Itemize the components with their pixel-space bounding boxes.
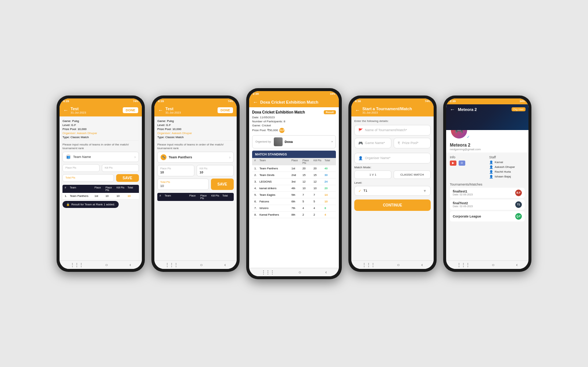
phone4-wrapper: 6:38 74% ← Start a Tournament/Match 31-J…	[348, 96, 437, 272]
chevron-right-1: ›	[135, 155, 136, 159]
back-icon-3[interactable]: ←	[253, 99, 258, 105]
badge-finaltest1: B.F	[515, 190, 522, 196]
content-1: Game: Pubg Level: G.F Prize Pool: 10,000…	[60, 116, 142, 260]
col-num: #	[65, 186, 69, 191]
prize-pool-field-4[interactable]: ₹ Prize Pool*	[394, 138, 431, 148]
game-info-prize-1: Prize Pool: 10,000	[62, 127, 139, 131]
total-save-row-2: Total Pts 10 SAVE	[157, 179, 234, 190]
game-info-prize-2: Prize Pool: 10,000	[157, 127, 234, 131]
standings-table-1: # Team Place Place Pts Kill Pts Total 1.…	[62, 185, 139, 199]
phone4-screen: 6:38 74% ← Start a Tournament/Match 31-J…	[351, 98, 434, 269]
tournament-item-finaltest2[interactable]: finalTest2 Date: 02-06-2023 T1	[450, 199, 525, 210]
back-icon-5[interactable]: ←	[450, 107, 455, 112]
nav-menu-icon-5[interactable]: ⋮⋮⋮	[457, 262, 470, 267]
two-fields-4: 🎮 Game Name* ₹ Prize Pool*	[354, 138, 431, 151]
nav-back-icon-4[interactable]: ‹	[422, 262, 423, 267]
organiser-placeholder-4: Organiser Name*	[365, 156, 391, 160]
level-section-label-4: Level:	[354, 181, 431, 184]
nav-back-icon-3[interactable]: ‹	[325, 270, 327, 275]
tournament-item-finaltest1[interactable]: finaltest1 Date: 02-06-2023 B.F	[450, 188, 525, 198]
continue-button-4[interactable]: CONTINUE	[354, 199, 431, 211]
status-battery-4: 74%	[425, 100, 430, 102]
staff-label-5: Staff	[489, 155, 525, 159]
lock-icon-1: 🔒	[66, 203, 70, 206]
mode-label-4: Match Mode:	[354, 166, 431, 169]
phone3: 2:39 34% ← Doxa Cricket Exhibition Match…	[246, 88, 342, 279]
back-icon-2[interactable]: ←	[158, 107, 163, 113]
kill-pts-box-1[interactable]: Kill Pts	[102, 164, 139, 172]
status-time-1: 6:39	[63, 100, 69, 103]
mode-1v1-4[interactable]: 1 V 1	[354, 170, 391, 179]
nav-bar-4: ⋮⋮⋮ ○ ‹	[351, 260, 434, 269]
nav-home-icon-4[interactable]: ○	[397, 262, 399, 267]
nav-menu-icon-1[interactable]: ⋮⋮⋮	[70, 262, 83, 267]
organised-by-3[interactable]: Organised by: Doxa ›	[252, 135, 336, 148]
result-badge-1: 🔒 Result for Team at Rank 1 added.	[62, 201, 119, 208]
header-title-4: Start a Tournament/Match	[362, 107, 430, 111]
total-label-2: Total Pts	[160, 181, 206, 183]
game-name-field-4[interactable]: 🎮 Game Name*	[354, 138, 391, 148]
nav-home-icon-5[interactable]: ○	[492, 262, 494, 267]
result-tag-3: Result	[324, 110, 336, 114]
cricket-row-8.: 8. Kamal Panthers 8th 2 2 4	[252, 212, 336, 218]
tournament-item-corporate[interactable]: Corporate League Q.F	[450, 211, 525, 222]
place-pts-box-2[interactable]: Place Pts 10	[157, 165, 194, 176]
person-icon-kamal: 👤	[489, 161, 493, 164]
done-button-2[interactable]: DONE	[218, 107, 233, 113]
standings-header-3: MATCH STANDINGS	[252, 151, 336, 158]
info-label-5: Info	[450, 155, 485, 159]
header-subtitle-4: 31-Jul-2023	[362, 111, 430, 114]
nav-menu-icon-3[interactable]: ⋮⋮⋮	[261, 270, 275, 275]
total-box-1[interactable]: Total Pts	[62, 174, 114, 182]
nav-home-icon-2[interactable]: ○	[200, 262, 202, 267]
form-instruction-4: Enter the following details:	[354, 119, 431, 123]
mode-classic-4[interactable]: CLASSIC MATCH	[394, 170, 431, 179]
nav-home-icon-3[interactable]: ○	[298, 270, 301, 275]
game-icon-4: 🎮	[358, 141, 363, 145]
nav-back-icon-2[interactable]: ‹	[225, 262, 226, 267]
person-icon-ishaan: 👤	[489, 175, 493, 179]
nav-back-icon-1[interactable]: ‹	[130, 262, 131, 267]
nav-menu-icon-2[interactable]: ⋮⋮⋮	[165, 262, 178, 267]
chevron-right-2: ›	[229, 155, 230, 159]
place-pts-value-2: 10	[160, 170, 191, 174]
cricket-row-7.: 7. Ishzero 7th 4 4 8	[252, 205, 336, 212]
col-team: Team	[70, 186, 94, 191]
back-icon-1[interactable]: ←	[63, 107, 68, 113]
organiser-field-4[interactable]: 👤 Organiser Name*	[354, 153, 431, 163]
game-info-level-1: Level: G.F	[62, 123, 139, 127]
phone2-screen: 6:39 74% ← Test 31-Jul-2023 DONE Game: P…	[154, 98, 237, 269]
phone1: 6:39 74% ← Test 31-Jul-2023 DONE Game: P…	[57, 96, 145, 272]
staff-item-kamal: 👤 Kamal	[489, 161, 525, 164]
total-save-row-1: Total Pts SAVE	[62, 174, 139, 182]
status-battery-3: 34%	[330, 93, 335, 95]
nav-menu-icon-4[interactable]: ⋮⋮⋮	[362, 262, 375, 267]
discord-icon-5[interactable]: D	[459, 161, 465, 166]
place-pts-label-2: Place Pts	[160, 167, 191, 170]
profile-two-col-5: Info ▶ D Staff 👤 Kamal	[450, 155, 525, 180]
team-selector-1[interactable]: 👥 Team Name ›	[62, 152, 139, 162]
match-date-3: Date: 11/05/2023	[252, 116, 336, 119]
instruction-2: Please input results of teams in order o…	[157, 143, 234, 151]
save-button-1[interactable]: SAVE	[116, 174, 139, 182]
result-text-1: Result for Team at Rank 1 added.	[71, 203, 115, 206]
prize-icon-4: ₹	[398, 141, 400, 145]
phone5-screen: 2:39 34% ← Meteora 2 Org User 🎮 ✓ Meteor…	[446, 98, 528, 269]
phone1-screen: 6:39 74% ← Test 31-Jul-2023 DONE Game: P…	[60, 98, 142, 269]
mode-section-4: Match Mode: 1 V 1 CLASSIC MATCH	[354, 166, 431, 179]
youtube-icon-5[interactable]: ▶	[450, 161, 456, 166]
save-button-2[interactable]: SAVE	[211, 179, 234, 190]
tournaments-label-5: Tournaments/Matches	[450, 183, 525, 186]
nav-back-icon-5[interactable]: ‹	[516, 262, 518, 267]
back-icon-4[interactable]: ←	[355, 107, 360, 113]
profile-header-5: ← Meteora 2 Org User	[446, 104, 528, 130]
match-participants-3: Number of Participants: 8	[252, 120, 336, 123]
team-selector-2[interactable]: 🐾 Team Panthers ›	[157, 152, 234, 163]
done-button-1[interactable]: DONE	[123, 107, 138, 113]
tournament-name-field-4[interactable]: 🚩 Name of Tournament/Match*	[354, 125, 431, 136]
place-pts-box-1[interactable]: Place Pts	[62, 164, 100, 172]
nav-home-icon-1[interactable]: ○	[105, 262, 108, 267]
kill-pts-box-2[interactable]: Kill Pts 10	[197, 165, 234, 176]
total-box-2[interactable]: Total Pts 10	[157, 179, 209, 190]
level-select-4[interactable]: ✓ T1 ▼	[354, 186, 431, 196]
